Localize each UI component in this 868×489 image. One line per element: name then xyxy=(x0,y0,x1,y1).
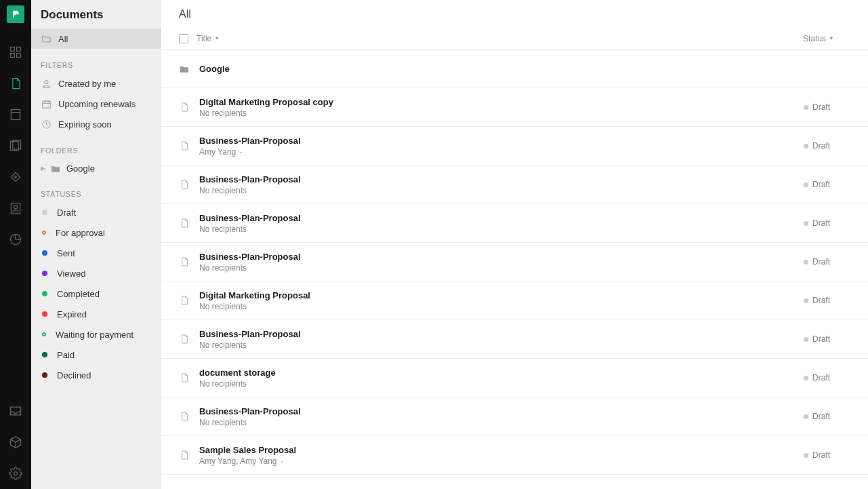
svg-rect-2 xyxy=(17,47,21,52)
status-dot-icon xyxy=(804,221,808,226)
status-label: Viewed xyxy=(57,269,85,279)
addons-icon[interactable] xyxy=(0,427,31,458)
row-title: Digital Marketing Proposal copy xyxy=(199,97,804,107)
status-label: Sent xyxy=(57,248,75,258)
folder-icon xyxy=(50,163,61,173)
document-row[interactable]: Business-Plan-ProposalNo recipientsDraft xyxy=(161,243,868,281)
row-recipients: No recipients xyxy=(199,109,804,118)
document-row[interactable]: Business-Plan-ProposalAmy Yang⌄Draft xyxy=(161,127,868,165)
status-dot-icon xyxy=(804,105,808,110)
svg-rect-16 xyxy=(42,101,49,108)
dashboard-icon[interactable] xyxy=(0,37,31,68)
row-status: Draft xyxy=(804,450,830,460)
svg-rect-4 xyxy=(17,54,21,58)
column-header-status[interactable]: Status▼ xyxy=(803,34,834,43)
row-title: Business-Plan-Proposal xyxy=(199,406,804,416)
status-dot-icon xyxy=(42,332,46,336)
contacts-icon[interactable] xyxy=(0,193,31,224)
status-label: Draft xyxy=(57,208,76,218)
svg-rect-1 xyxy=(11,47,15,52)
folder-label: Google xyxy=(66,163,95,174)
row-title: Business-Plan-Proposal xyxy=(199,213,804,223)
filters-section-label: FILTERS xyxy=(31,49,161,73)
document-row[interactable]: Business-Plan-ProposalNo recipientsDraft xyxy=(161,204,868,243)
status-filter-viewed[interactable]: Viewed xyxy=(31,263,161,283)
document-row[interactable]: Sample Sales ProposalAmy Yang, Amy Yang⌄… xyxy=(161,436,868,475)
svg-point-14 xyxy=(14,472,18,475)
column-header-title[interactable]: Title▼ xyxy=(197,34,220,43)
folders-section-label: FOLDERS xyxy=(31,134,161,159)
library-icon[interactable] xyxy=(0,130,31,161)
status-dot-icon xyxy=(804,453,808,458)
status-label: Completed xyxy=(57,289,100,299)
row-status: Draft xyxy=(804,102,830,112)
status-dot-icon xyxy=(42,271,47,276)
folder-row[interactable]: Google xyxy=(161,50,868,88)
row-status: Draft xyxy=(804,141,830,151)
sidebar: Documents All FILTERS Created by me Upco… xyxy=(31,0,161,489)
document-row[interactable]: Business-Plan-ProposalNo recipientsDraft xyxy=(161,165,868,204)
person-icon xyxy=(41,78,51,89)
row-recipients: No recipients xyxy=(199,379,804,389)
row-recipients: Amy Yang, Amy Yang⌄ xyxy=(199,456,804,466)
document-icon xyxy=(179,101,190,113)
svg-point-11 xyxy=(14,206,18,209)
svg-point-9 xyxy=(15,176,17,178)
status-filter-declined[interactable]: Declined xyxy=(31,365,161,385)
status-filter-sent[interactable]: Sent xyxy=(31,243,161,263)
status-label: Expired xyxy=(57,309,87,319)
filter-expiring-soon[interactable]: Expiring soon xyxy=(31,114,161,134)
templates-icon[interactable] xyxy=(0,99,31,130)
select-all-checkbox[interactable] xyxy=(179,34,188,43)
status-filter-paid[interactable]: Paid xyxy=(31,345,161,365)
document-list[interactable]: GoogleDigital Marketing Proposal copyNo … xyxy=(161,50,868,489)
status-filter-completed[interactable]: Completed xyxy=(31,283,161,304)
row-recipients: No recipients xyxy=(199,263,804,273)
filter-label: Created by me xyxy=(58,79,116,89)
status-dot-icon xyxy=(804,144,808,149)
status-dot-icon xyxy=(42,210,47,215)
document-row[interactable]: Business-Plan-ProposalNo recipientsDraft xyxy=(161,320,868,359)
folder-item-google[interactable]: ▶ Google xyxy=(31,159,161,178)
filter-created-by-me[interactable]: Created by me xyxy=(31,73,161,94)
status-dot-icon xyxy=(42,250,47,256)
chevron-down-icon[interactable]: ⌄ xyxy=(239,149,243,155)
sidebar-item-label: All xyxy=(58,34,68,44)
reports-icon[interactable] xyxy=(0,224,31,255)
status-filter-draft[interactable]: Draft xyxy=(31,202,161,222)
settings-icon[interactable] xyxy=(0,458,31,489)
document-row[interactable]: Digital Marketing ProposalNo recipientsD… xyxy=(161,281,868,320)
inbox-icon[interactable] xyxy=(0,395,31,427)
status-dot-icon xyxy=(42,291,47,296)
svg-rect-5 xyxy=(11,110,20,120)
row-title: Business-Plan-Proposal xyxy=(199,252,804,262)
row-title: Digital Marketing Proposal xyxy=(199,290,804,300)
row-title: Business-Plan-Proposal xyxy=(199,174,804,184)
expand-triangle-icon[interactable]: ▶ xyxy=(41,165,47,172)
status-label: Paid xyxy=(57,350,75,360)
document-icon xyxy=(179,449,190,461)
calendar-icon xyxy=(41,98,51,109)
catalog-icon[interactable] xyxy=(0,161,31,193)
status-label: Declined xyxy=(57,370,91,380)
app-logo[interactable] xyxy=(7,5,24,23)
status-dot-icon xyxy=(804,414,808,419)
documents-icon[interactable] xyxy=(0,68,31,99)
status-filter-waiting-for-payment[interactable]: Waiting for payment xyxy=(31,324,161,345)
document-icon xyxy=(179,217,190,229)
status-filter-for-approval[interactable]: For approval xyxy=(31,222,161,243)
chevron-down-icon[interactable]: ⌄ xyxy=(280,458,285,464)
row-recipients: No recipients xyxy=(199,302,804,311)
status-filter-expired[interactable]: Expired xyxy=(31,304,161,324)
document-row[interactable]: document storageNo recipientsDraft xyxy=(161,359,868,397)
filter-upcoming-renewals[interactable]: Upcoming renewals xyxy=(31,94,161,114)
status-dot-icon xyxy=(804,298,808,303)
document-row[interactable]: Digital Marketing Proposal copyNo recipi… xyxy=(161,88,868,127)
row-recipients: Amy Yang⌄ xyxy=(199,147,804,157)
document-row[interactable]: Business-Plan-ProposalNo recipientsDraft xyxy=(161,397,868,436)
row-status: Draft xyxy=(804,218,830,228)
status-dot-icon xyxy=(42,231,46,235)
row-recipients: No recipients xyxy=(199,340,804,350)
svg-point-15 xyxy=(45,80,48,83)
sidebar-item-all[interactable]: All xyxy=(31,28,161,49)
